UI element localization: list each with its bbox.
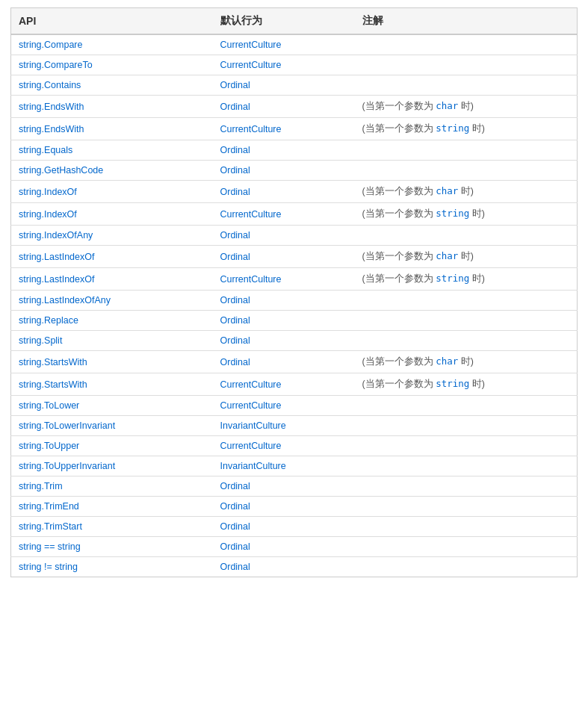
cell-api: string.ToUpperInvariant (11, 456, 213, 476)
cell-note (355, 416, 578, 436)
cell-api: string.Contains (11, 75, 213, 96)
cell-note (355, 311, 578, 331)
cell-default: Ordinal (213, 75, 355, 96)
cell-default: Ordinal (213, 181, 355, 203)
col-header-api: API (11, 8, 213, 35)
cell-note: (当第一个参数为 string 时) (355, 373, 578, 396)
table-row: string.IndexOfCurrentCulture(当第一个参数为 str… (11, 203, 578, 226)
cell-default: Ordinal (213, 537, 355, 557)
table-row: string.IndexOfAnyOrdinal (11, 226, 578, 246)
cell-api: string.IndexOfAny (11, 226, 213, 246)
cell-note: (当第一个参数为 char 时) (355, 351, 578, 373)
cell-note: (当第一个参数为 char 时) (355, 96, 578, 118)
table-row: string.ToUpperCurrentCulture (11, 436, 578, 456)
cell-api: string.EndsWith (11, 96, 213, 118)
cell-api: string.Equals (11, 140, 213, 161)
col-header-default: 默认行为 (213, 8, 355, 35)
cell-note (355, 537, 578, 557)
cell-default: CurrentCulture (213, 396, 355, 416)
table-row: string.EqualsOrdinal (11, 140, 578, 161)
table-row: string.ToLowerCurrentCulture (11, 396, 578, 416)
cell-default: Ordinal (213, 497, 355, 517)
cell-api: string.LastIndexOfAny (11, 291, 213, 311)
cell-note (355, 476, 578, 497)
cell-note: (当第一个参数为 string 时) (355, 268, 578, 291)
cell-api: string.CompareTo (11, 55, 213, 75)
cell-default: CurrentCulture (213, 55, 355, 75)
cell-note (355, 517, 578, 537)
table-row: string.ToUpperInvariantInvariantCulture (11, 456, 578, 476)
cell-default: Ordinal (213, 291, 355, 311)
cell-default: CurrentCulture (213, 436, 355, 456)
cell-api: string.LastIndexOf (11, 268, 213, 291)
table-row: string.ReplaceOrdinal (11, 311, 578, 331)
cell-note (355, 497, 578, 517)
cell-default: Ordinal (213, 351, 355, 373)
table-row: string.TrimEndOrdinal (11, 497, 578, 517)
cell-note (355, 557, 578, 577)
cell-api: string.Replace (11, 311, 213, 331)
cell-api: string.ToUpper (11, 436, 213, 456)
cell-default: Ordinal (213, 226, 355, 246)
table-container: API 默认行为 注解 string.CompareCurrentCulture… (0, 0, 588, 585)
cell-api: string.TrimEnd (11, 497, 213, 517)
note-code: char (436, 250, 458, 261)
table-row: string.LastIndexOfAnyOrdinal (11, 291, 578, 311)
table-row: string.SplitOrdinal (11, 331, 578, 351)
cell-default: CurrentCulture (213, 373, 355, 396)
cell-default: Ordinal (213, 557, 355, 577)
cell-api: string.Split (11, 331, 213, 351)
table-row: string.IndexOfOrdinal(当第一个参数为 char 时) (11, 181, 578, 203)
table-header-row: API 默认行为 注解 (11, 8, 578, 35)
cell-default: Ordinal (213, 476, 355, 497)
cell-note (355, 161, 578, 181)
col-header-note: 注解 (355, 8, 578, 35)
api-table: API 默认行为 注解 string.CompareCurrentCulture… (10, 7, 578, 577)
cell-default: Ordinal (213, 140, 355, 161)
cell-default: InvariantCulture (213, 416, 355, 436)
cell-default: CurrentCulture (213, 268, 355, 291)
cell-default: CurrentCulture (213, 34, 355, 55)
table-row: string.LastIndexOfCurrentCulture(当第一个参数为… (11, 268, 578, 291)
table-row: string.StartsWithOrdinal(当第一个参数为 char 时) (11, 351, 578, 373)
note-code: string (436, 378, 469, 389)
cell-api: string.GetHashCode (11, 161, 213, 181)
cell-default: InvariantCulture (213, 456, 355, 476)
cell-default: CurrentCulture (213, 118, 355, 140)
table-row: string.TrimOrdinal (11, 476, 578, 497)
cell-api: string.Trim (11, 476, 213, 497)
table-row: string.CompareCurrentCulture (11, 34, 578, 55)
cell-note: (当第一个参数为 string 时) (355, 118, 578, 140)
note-code: char (436, 185, 458, 196)
cell-note (355, 291, 578, 311)
cell-api: string.Compare (11, 34, 213, 55)
cell-note: (当第一个参数为 char 时) (355, 246, 578, 268)
cell-note (355, 226, 578, 246)
cell-api: string.IndexOf (11, 181, 213, 203)
cell-default: CurrentCulture (213, 203, 355, 226)
cell-api: string.ToLowerInvariant (11, 416, 213, 436)
cell-api: string.EndsWith (11, 118, 213, 140)
note-code: string (436, 208, 469, 219)
cell-note (355, 140, 578, 161)
cell-note: (当第一个参数为 char 时) (355, 181, 578, 203)
cell-api: string == string (11, 537, 213, 557)
cell-default: Ordinal (213, 517, 355, 537)
table-row: string.EndsWithOrdinal(当第一个参数为 char 时) (11, 96, 578, 118)
cell-default: Ordinal (213, 246, 355, 268)
cell-note (355, 75, 578, 96)
cell-api: string != string (11, 557, 213, 577)
cell-note (355, 456, 578, 476)
note-code: string (436, 273, 469, 284)
table-row: string.StartsWithCurrentCulture(当第一个参数为 … (11, 373, 578, 396)
cell-api: string.LastIndexOf (11, 246, 213, 268)
table-row: string.EndsWithCurrentCulture(当第一个参数为 st… (11, 118, 578, 140)
cell-note (355, 34, 578, 55)
cell-note (355, 55, 578, 75)
cell-note (355, 396, 578, 416)
cell-default: Ordinal (213, 96, 355, 118)
table-row: string.LastIndexOfOrdinal(当第一个参数为 char 时… (11, 246, 578, 268)
table-row: string != stringOrdinal (11, 557, 578, 577)
note-code: string (436, 122, 469, 134)
cell-api: string.IndexOf (11, 203, 213, 226)
